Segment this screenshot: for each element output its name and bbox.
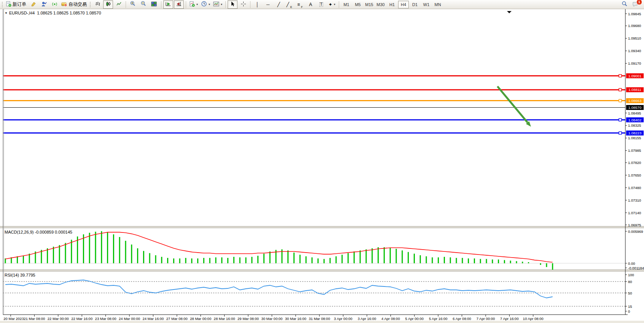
- cursor-icon: [230, 1, 235, 8]
- market-watch-button[interactable]: [39, 0, 49, 9]
- notification-badge: 1: [636, 0, 642, 5]
- svg-text:10 Apr 08:00: 10 Apr 08:00: [523, 317, 544, 321]
- text-tool-button[interactable]: A: [306, 0, 316, 9]
- search-button[interactable]: [620, 0, 630, 9]
- zoom-in-button[interactable]: [128, 0, 138, 9]
- svg-text:1.06975: 1.06975: [628, 223, 641, 227]
- chart-canvas[interactable]: 1.090011.088111.086631.085701.084021.082…: [0, 9, 644, 323]
- text-label-tool-button[interactable]: T: [316, 0, 326, 9]
- channel-tool-button[interactable]: ╱E: [284, 0, 294, 9]
- auto-scroll-button[interactable]: [163, 0, 173, 9]
- trendline-icon: ╱: [277, 2, 280, 7]
- zoom-in-icon: [130, 1, 136, 8]
- svg-text:3 Apr 16:00: 3 Apr 16:00: [358, 317, 376, 321]
- tile-windows-button[interactable]: [149, 0, 159, 9]
- template-icon: [213, 1, 219, 8]
- fibonacci-tool-button[interactable]: ≡F: [295, 0, 305, 9]
- timeframe-m5-button[interactable]: M5: [352, 1, 363, 8]
- periods-button[interactable]: ▾: [200, 0, 211, 9]
- svg-text:3 Apr 00:00: 3 Apr 00:00: [334, 317, 352, 321]
- tile-windows-icon: [151, 1, 157, 8]
- fibo-sub-label: F: [301, 6, 303, 8]
- svg-text:21 Mar 08:00: 21 Mar 08:00: [24, 317, 45, 321]
- highlighter-icon: [30, 1, 36, 8]
- text-label-icon: T: [319, 2, 323, 7]
- svg-text:24 Mar 16:00: 24 Mar 16:00: [142, 317, 164, 321]
- chart-menu-icon[interactable]: ▼: [5, 11, 8, 15]
- vline-tool-button[interactable]: │: [252, 0, 262, 9]
- rsi-indicator-label: RSI(14) 39.7795: [5, 273, 35, 277]
- timeframe-w1-button[interactable]: W1: [421, 1, 432, 8]
- trendline-tool-button[interactable]: ╱: [274, 0, 284, 9]
- timeframe-m30-button[interactable]: M30: [375, 1, 386, 8]
- notifications-button[interactable]: 1: [630, 0, 640, 9]
- rsi-pane: 1008050150: [3, 273, 634, 313]
- hline-tool-button[interactable]: ─: [263, 0, 273, 9]
- chart-shift-button[interactable]: [174, 0, 184, 9]
- svg-text:1.07650: 1.07650: [628, 173, 641, 177]
- svg-text:23 Mar 08:00: 23 Mar 08:00: [95, 317, 116, 321]
- templates-button[interactable]: ▾: [212, 0, 223, 9]
- pane-separators[interactable]: [0, 226, 644, 271]
- candlestick-mode-button[interactable]: [103, 0, 113, 9]
- svg-text:1.08155: 1.08155: [628, 136, 641, 140]
- toolbar: 新订单 自动交易: [0, 0, 644, 9]
- svg-text:24 Mar 00:00: 24 Mar 00:00: [119, 317, 140, 321]
- rsi-name: RSI(14): [5, 273, 19, 277]
- timeframe-mn-button[interactable]: MN: [432, 1, 443, 8]
- new-order-icon: [6, 1, 11, 8]
- line-chart-icon: [116, 1, 122, 8]
- bar-chart-mode-button[interactable]: [92, 0, 102, 9]
- timeframe-m1-button[interactable]: M1: [341, 1, 352, 8]
- chart-title: ▼EURUSD-,H4 1.08625 1.08625 1.08570 1.08…: [5, 11, 101, 15]
- svg-text:80: 80: [628, 280, 632, 284]
- arrows-tool-button[interactable]: ✦▾: [327, 0, 337, 9]
- svg-text:20 Mar 2023: 20 Mar 2023: [3, 317, 24, 321]
- time-axis[interactable]: 20 Mar 202321 Mar 08:0022 Mar 00:0022 Ma…: [3, 315, 543, 321]
- dropdown-arrow-icon[interactable]: ▾: [221, 3, 222, 6]
- svg-text:1.08663: 1.08663: [628, 99, 641, 103]
- cursor-tool-button[interactable]: [228, 0, 238, 9]
- line-chart-mode-button[interactable]: [114, 0, 124, 9]
- svg-text:1.09510: 1.09510: [628, 36, 641, 40]
- signals-button[interactable]: [49, 0, 59, 9]
- shapes-icon: ✦: [328, 2, 332, 7]
- zoom-out-button[interactable]: [139, 0, 148, 9]
- timeframe-h1-button[interactable]: H1: [387, 1, 397, 8]
- highlighter-button[interactable]: [28, 0, 38, 9]
- chart-shift-marker: [507, 11, 512, 13]
- indicators-button[interactable]: ▾: [188, 0, 199, 9]
- auto-scroll-icon: [165, 1, 171, 8]
- channel-icon: ╱: [287, 2, 289, 7]
- svg-text:1.08325: 1.08325: [628, 123, 641, 127]
- channel-sub-label: E: [290, 6, 292, 8]
- toolbar-grip[interactable]: [2, 2, 3, 8]
- svg-text:1.07480: 1.07480: [628, 186, 641, 190]
- toolbar-grip[interactable]: [89, 2, 91, 8]
- chart-window[interactable]: 1.090011.088111.086631.085701.084021.082…: [0, 9, 644, 323]
- autotrade-button[interactable]: 自动交易: [60, 0, 88, 9]
- signal-icon: [52, 1, 57, 8]
- svg-text:100: 100: [628, 273, 634, 277]
- svg-text:31 Mar 08:00: 31 Mar 08:00: [309, 317, 330, 321]
- dropdown-arrow-icon[interactable]: ▾: [209, 3, 210, 6]
- svg-text:15: 15: [628, 304, 632, 309]
- crosshair-tool-button[interactable]: [238, 0, 248, 9]
- svg-text:0: 0: [628, 309, 630, 313]
- dropdown-arrow-icon[interactable]: ▾: [334, 3, 335, 6]
- svg-text:22 Mar 16:00: 22 Mar 16:00: [71, 317, 92, 321]
- chart-frame: [0, 9, 644, 323]
- timeframe-d1-button[interactable]: D1: [410, 1, 420, 8]
- svg-text:6 Apr 08:00: 6 Apr 08:00: [453, 317, 471, 321]
- svg-text:7 Apr 00:00: 7 Apr 00:00: [477, 317, 495, 321]
- timeframe-h4-button[interactable]: H4: [398, 1, 409, 8]
- svg-text:27 Mar 08:00: 27 Mar 08:00: [166, 317, 188, 321]
- dropdown-arrow-icon[interactable]: ▾: [196, 3, 198, 6]
- new-order-label: 新订单: [13, 1, 26, 8]
- horizontal-lines-layer[interactable]: 1.090011.088111.086631.085701.084021.082…: [3, 73, 644, 135]
- new-order-button[interactable]: 新订单: [5, 0, 27, 9]
- trend-arrow-annotation[interactable]: [497, 86, 531, 127]
- svg-text:0.005969: 0.005969: [628, 229, 643, 234]
- timeframe-m15-button[interactable]: M15: [364, 1, 375, 8]
- svg-text:28 Mar 16:00: 28 Mar 16:00: [214, 317, 235, 321]
